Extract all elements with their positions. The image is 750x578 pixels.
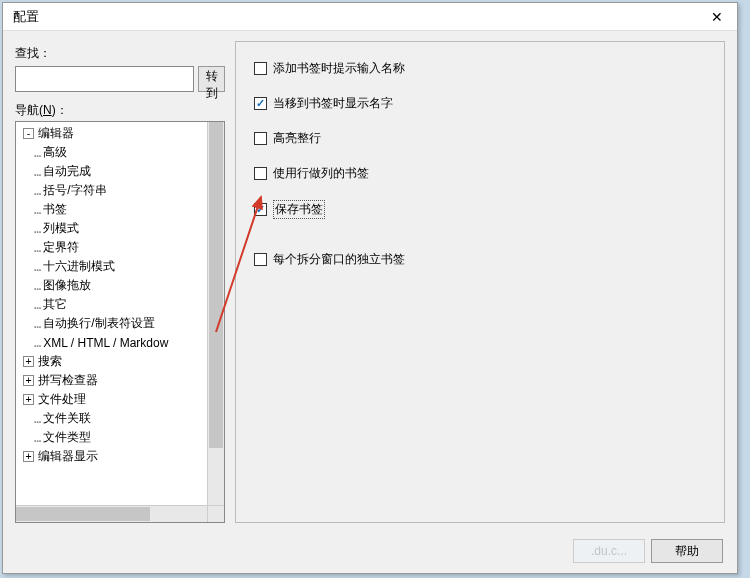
- tree-item-label: 图像拖放: [43, 277, 91, 294]
- tree-connector-icon: …: [34, 203, 40, 217]
- search-input[interactable]: [15, 66, 194, 92]
- tree-item-label: 书签: [43, 201, 67, 218]
- tree-item-label: 高级: [43, 144, 67, 161]
- tree-connector-icon: …: [34, 298, 40, 312]
- horizontal-scrollbar[interactable]: [16, 505, 207, 522]
- tree-item[interactable]: +拼写检查器: [16, 371, 207, 390]
- option-label[interactable]: 保存书签: [273, 200, 325, 219]
- tree-item[interactable]: +文件处理: [16, 390, 207, 409]
- close-icon: ✕: [711, 9, 723, 25]
- scroll-corner: [207, 505, 224, 522]
- checkbox[interactable]: [254, 132, 267, 145]
- tree-item[interactable]: …XML / HTML / Markdow: [16, 333, 207, 352]
- config-dialog: 配置 ✕ 查找： 转到 导航(N)： -编辑器…高级…自动完成…括号/字符串…书…: [2, 2, 738, 574]
- tree-item[interactable]: …定界符: [16, 238, 207, 257]
- tree-item-label: 编辑器: [38, 125, 74, 142]
- left-column: 查找： 转到 导航(N)： -编辑器…高级…自动完成…括号/字符串…书签…列模式…: [15, 41, 225, 523]
- checkbox[interactable]: [254, 167, 267, 180]
- tree-connector-icon: …: [34, 260, 40, 274]
- tree-item[interactable]: …自动完成: [16, 162, 207, 181]
- tree-connector-icon: …: [34, 317, 40, 331]
- tree-item[interactable]: …文件关联: [16, 409, 207, 428]
- tree-connector-icon: …: [34, 336, 40, 350]
- close-button[interactable]: ✕: [697, 3, 737, 31]
- tree-connector-icon: …: [34, 222, 40, 236]
- tree-item[interactable]: …自动换行/制表符设置: [16, 314, 207, 333]
- window-title: 配置: [13, 8, 697, 26]
- tree-item-label: 文件处理: [38, 391, 86, 408]
- option-row: 添加书签时提示输入名称: [254, 60, 706, 77]
- checkbox[interactable]: [254, 62, 267, 75]
- option-label[interactable]: 添加书签时提示输入名称: [273, 60, 405, 77]
- options-panel: 添加书签时提示输入名称当移到书签时显示名字高亮整行使用行做列的书签保存书签每个拆…: [235, 41, 725, 523]
- titlebar: 配置 ✕: [3, 3, 737, 31]
- tree-item-label: 十六进制模式: [43, 258, 115, 275]
- help-button[interactable]: 帮助: [651, 539, 723, 563]
- dialog-body: 查找： 转到 导航(N)： -编辑器…高级…自动完成…括号/字符串…书签…列模式…: [3, 31, 737, 529]
- option-row: 使用行做列的书签: [254, 165, 706, 182]
- option-row: 保存书签: [254, 200, 706, 219]
- tree-item[interactable]: …图像拖放: [16, 276, 207, 295]
- tree-item[interactable]: -编辑器: [16, 124, 207, 143]
- tree-content[interactable]: -编辑器…高级…自动完成…括号/字符串…书签…列模式…定界符…十六进制模式…图像…: [16, 122, 207, 505]
- expand-icon[interactable]: +: [23, 375, 34, 386]
- ghost-button[interactable]: .du.c...: [573, 539, 645, 563]
- collapse-icon[interactable]: -: [23, 128, 34, 139]
- tree-item[interactable]: +编辑器显示: [16, 447, 207, 466]
- tree-connector-icon: …: [34, 146, 40, 160]
- tree-connector-icon: …: [34, 241, 40, 255]
- checkbox[interactable]: [254, 253, 267, 266]
- tree-item-label: 文件关联: [43, 410, 91, 427]
- tree-item-label: 拼写检查器: [38, 372, 98, 389]
- tree-item[interactable]: +搜索: [16, 352, 207, 371]
- nav-tree: -编辑器…高级…自动完成…括号/字符串…书签…列模式…定界符…十六进制模式…图像…: [15, 121, 225, 523]
- tree-item[interactable]: …高级: [16, 143, 207, 162]
- tree-item-label: 括号/字符串: [43, 182, 106, 199]
- tree-connector-icon: …: [34, 165, 40, 179]
- tree-item-label: 文件类型: [43, 429, 91, 446]
- tree-item-label: 搜索: [38, 353, 62, 370]
- tree-connector-icon: …: [34, 279, 40, 293]
- tree-item-label: 定界符: [43, 239, 79, 256]
- tree-connector-icon: …: [34, 431, 40, 445]
- nav-label: 导航(N)：: [15, 102, 225, 119]
- option-label[interactable]: 当移到书签时显示名字: [273, 95, 393, 112]
- tree-item-label: 列模式: [43, 220, 79, 237]
- search-row: 转到: [15, 66, 225, 92]
- dialog-footer: .du.c... 帮助: [3, 529, 737, 573]
- tree-item-label: XML / HTML / Markdow: [43, 336, 168, 350]
- tree-item[interactable]: …文件类型: [16, 428, 207, 447]
- tree-connector-icon: …: [34, 412, 40, 426]
- option-label[interactable]: 使用行做列的书签: [273, 165, 369, 182]
- goto-button[interactable]: 转到: [198, 66, 225, 92]
- option-row: 每个拆分窗口的独立书签: [254, 251, 706, 268]
- expand-icon[interactable]: +: [23, 356, 34, 367]
- option-row: 高亮整行: [254, 130, 706, 147]
- tree-item-label: 自动完成: [43, 163, 91, 180]
- tree-item[interactable]: …书签: [16, 200, 207, 219]
- tree-item-label: 自动换行/制表符设置: [43, 315, 154, 332]
- tree-connector-icon: …: [34, 184, 40, 198]
- option-label[interactable]: 每个拆分窗口的独立书签: [273, 251, 405, 268]
- tree-item[interactable]: …十六进制模式: [16, 257, 207, 276]
- tree-item-label: 编辑器显示: [38, 448, 98, 465]
- option-label[interactable]: 高亮整行: [273, 130, 321, 147]
- tree-item[interactable]: …其它: [16, 295, 207, 314]
- vertical-scrollbar[interactable]: [207, 122, 224, 505]
- checkbox[interactable]: [254, 97, 267, 110]
- checkbox[interactable]: [254, 203, 267, 216]
- tree-item-label: 其它: [43, 296, 67, 313]
- expand-icon[interactable]: +: [23, 394, 34, 405]
- tree-item[interactable]: …列模式: [16, 219, 207, 238]
- expand-icon[interactable]: +: [23, 451, 34, 462]
- option-row: 当移到书签时显示名字: [254, 95, 706, 112]
- tree-item[interactable]: …括号/字符串: [16, 181, 207, 200]
- search-label: 查找：: [15, 45, 225, 62]
